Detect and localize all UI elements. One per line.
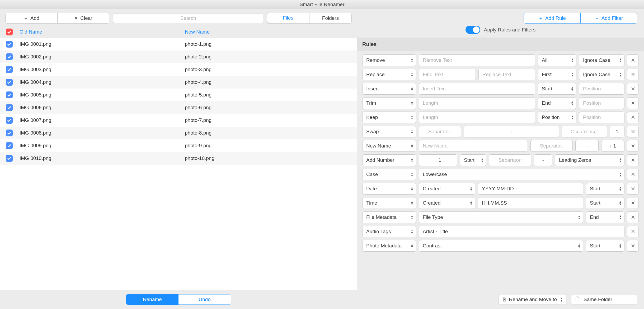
separator-input[interactable] xyxy=(464,126,559,137)
time-format-input[interactable] xyxy=(478,197,583,209)
rule-delete-button[interactable]: ✕ xyxy=(627,154,639,166)
rule-op-select[interactable]: New Name▲▼ xyxy=(362,140,416,152)
newname-input[interactable] xyxy=(419,140,528,152)
table-row[interactable]: IMG 0001.pngphoto-1.png xyxy=(0,38,357,50)
position-select[interactable]: Start▲▼ xyxy=(586,183,624,195)
occurrence-input[interactable] xyxy=(610,126,624,137)
add-rule-button[interactable]: ＋ Add Rule xyxy=(524,13,580,23)
photometa-select[interactable]: Contrast▲▼ xyxy=(419,240,583,252)
leading-zeros-select[interactable]: Leading Zeros▲▼ xyxy=(555,154,624,166)
case-select[interactable]: Lowercase▲▼ xyxy=(419,169,624,180)
tab-files[interactable]: Files xyxy=(267,13,309,23)
row-checkbox[interactable] xyxy=(6,142,13,149)
rule-delete-button[interactable]: ✕ xyxy=(627,83,639,95)
rule-op-select[interactable]: Insert▲▼ xyxy=(362,83,416,95)
row-checkbox[interactable] xyxy=(6,66,13,73)
table-row[interactable]: IMG 0009.pngphoto-9.png xyxy=(0,139,357,152)
search-field[interactable] xyxy=(113,13,263,23)
rule-op-select[interactable]: Date▲▼ xyxy=(362,183,416,195)
rule-delete-button[interactable]: ✕ xyxy=(627,69,639,80)
rule-scope-select[interactable]: First▲▼ xyxy=(538,69,576,80)
rule-delete-button[interactable]: ✕ xyxy=(627,211,639,223)
rule-position-input[interactable] xyxy=(579,83,624,95)
index-stepper[interactable]: ↑1 xyxy=(419,154,457,166)
rule-position-select[interactable]: Start▲▼ xyxy=(538,83,576,95)
add-filter-button[interactable]: ＋ Add Filter xyxy=(580,13,637,23)
rule-position-input[interactable] xyxy=(579,112,624,123)
rule-delete-button[interactable]: ✕ xyxy=(627,97,639,109)
rule-op-select[interactable]: Replace▲▼ xyxy=(362,69,416,80)
position-select[interactable]: End▲▼ xyxy=(586,211,624,223)
audio-format-input[interactable] xyxy=(419,226,624,237)
row-checkbox[interactable] xyxy=(6,104,13,111)
rule-op-select[interactable]: Add Number▲▼ xyxy=(362,154,416,166)
row-checkbox[interactable] xyxy=(6,53,13,60)
rule-delete-button[interactable]: ✕ xyxy=(627,126,639,137)
table-row[interactable]: IMG 0003.pngphoto-3.png xyxy=(0,63,357,76)
rule-delete-button[interactable]: ✕ xyxy=(627,140,639,152)
clear-button[interactable]: ✕ Clear xyxy=(57,13,109,23)
position-select[interactable]: Start▲▼ xyxy=(586,240,624,252)
rule-delete-button[interactable]: ✕ xyxy=(627,197,639,209)
rule-text-input[interactable] xyxy=(419,83,535,95)
rule-op-select[interactable]: Swap▲▼ xyxy=(362,126,416,137)
rule-replace-input[interactable] xyxy=(478,69,535,80)
rule-find-input[interactable] xyxy=(419,69,476,80)
separator-input[interactable] xyxy=(575,140,599,152)
separator-input[interactable] xyxy=(534,154,552,166)
date-source-select[interactable]: Created▲▼ xyxy=(419,183,475,195)
rule-delete-button[interactable]: ✕ xyxy=(627,169,639,180)
date-format-input[interactable] xyxy=(478,183,583,195)
rule-position-select[interactable]: Position▲▼ xyxy=(538,112,576,123)
table-row[interactable]: IMG 0005.pngphoto-5.png xyxy=(0,89,357,101)
rule-delete-button[interactable]: ✕ xyxy=(627,183,639,195)
rule-position-select[interactable]: End▲▼ xyxy=(538,97,576,109)
filemeta-select[interactable]: File Type▲▼ xyxy=(419,211,583,223)
search-input[interactable] xyxy=(113,13,263,23)
rule-position-input[interactable] xyxy=(579,97,624,109)
table-row[interactable]: IMG 0010.pngphoto-10.png xyxy=(0,152,357,165)
row-checkbox[interactable] xyxy=(6,155,13,162)
rule-op-select[interactable]: File Metadata▲▼ xyxy=(362,211,416,223)
tab-folders[interactable]: Folders xyxy=(309,13,351,23)
rule-case-select[interactable]: Ignore Case▲▼ xyxy=(579,69,624,80)
destination-folder-button[interactable]: Same Folder xyxy=(571,294,637,305)
row-checkbox[interactable] xyxy=(6,91,13,98)
table-row[interactable]: IMG 0008.pngphoto-8.png xyxy=(0,127,357,139)
rule-length-input[interactable] xyxy=(419,97,535,109)
table-row[interactable]: IMG 0002.pngphoto-2.png xyxy=(0,50,357,63)
position-select[interactable]: Start▲▼ xyxy=(586,197,624,209)
rule-delete-button[interactable]: ✕ xyxy=(627,112,639,123)
rule-op-select[interactable]: Photo Metadata▲▼ xyxy=(362,240,416,252)
index-stepper[interactable]: ↑1 xyxy=(601,140,624,152)
rule-length-input[interactable] xyxy=(419,112,535,123)
header-new-name[interactable]: New Name xyxy=(185,29,357,35)
rule-op-select[interactable]: Time▲▼ xyxy=(362,197,416,209)
rule-op-select[interactable]: Keep▲▼ xyxy=(362,112,416,123)
row-checkbox[interactable] xyxy=(6,79,13,86)
rule-text-input[interactable] xyxy=(419,54,535,66)
rule-delete-button[interactable]: ✕ xyxy=(627,240,639,252)
rule-delete-button[interactable]: ✕ xyxy=(627,54,639,66)
header-old-name[interactable]: Old Name xyxy=(20,29,185,35)
rule-op-select[interactable]: Remove▲▼ xyxy=(362,54,416,66)
row-checkbox[interactable] xyxy=(6,117,13,124)
select-all-checkbox[interactable] xyxy=(6,29,13,35)
rename-button[interactable]: Rename xyxy=(126,294,178,305)
undo-button[interactable]: Undo xyxy=(178,294,231,305)
time-source-select[interactable]: Created▲▼ xyxy=(419,197,475,209)
table-row[interactable]: IMG 0007.pngphoto-7.png xyxy=(0,114,357,127)
rename-move-select[interactable]: ⎘ Rename and Move to ▲▼ xyxy=(498,294,566,305)
table-row[interactable]: IMG 0004.pngphoto-4.png xyxy=(0,76,357,89)
rule-op-select[interactable]: Case▲▼ xyxy=(362,169,416,180)
apply-toggle[interactable] xyxy=(466,26,480,34)
rule-op-select[interactable]: Audio Tags▲▼ xyxy=(362,226,416,237)
rule-delete-button[interactable]: ✕ xyxy=(627,226,639,237)
rule-case-select[interactable]: Ignore Case▲▼ xyxy=(579,54,624,66)
rule-scope-select[interactable]: All▲▼ xyxy=(538,54,576,66)
row-checkbox[interactable] xyxy=(6,130,13,136)
position-select[interactable]: Start▲▼ xyxy=(460,154,486,166)
table-row[interactable]: IMG 0006.pngphoto-6.png xyxy=(0,101,357,114)
rule-op-select[interactable]: Trim▲▼ xyxy=(362,97,416,109)
row-checkbox[interactable] xyxy=(6,41,13,48)
